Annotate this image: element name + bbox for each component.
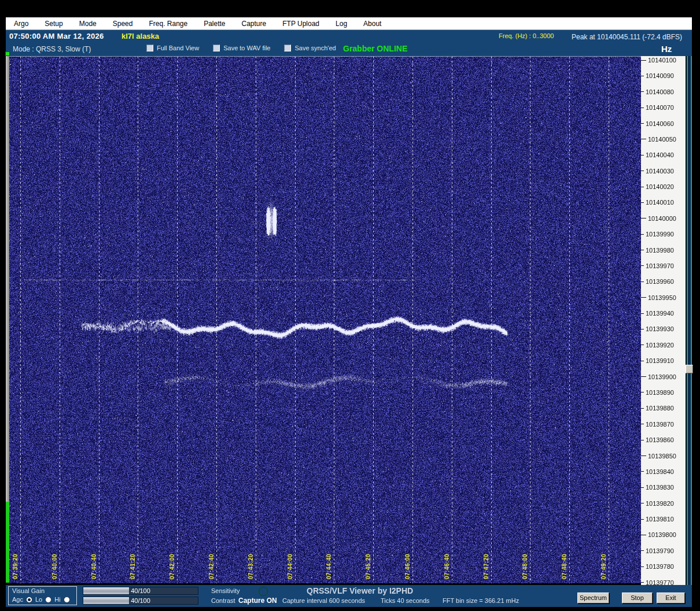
freq-tick xyxy=(641,123,644,124)
freq-label: 10140010 xyxy=(646,199,674,206)
freq-tick xyxy=(641,582,644,583)
capture-led-icon xyxy=(259,587,268,596)
freq-label: 10139790 xyxy=(646,547,674,554)
menu-item-palette[interactable]: Palette xyxy=(196,20,233,28)
freq-label: 10139810 xyxy=(646,516,674,523)
contrast-slider[interactable]: 40/100 xyxy=(83,597,198,605)
menu-item-capture[interactable]: Capture xyxy=(234,20,275,28)
grabber-status: Grabber ONLINE xyxy=(343,44,407,53)
freq-label: 10139990 xyxy=(646,231,674,238)
checkbox-label: Save to WAV file xyxy=(223,45,270,51)
freq-tick xyxy=(641,265,644,266)
freq-label: 10139930 xyxy=(646,325,674,332)
contrast-label: Contrast xyxy=(211,597,235,604)
freq-label: 10139960 xyxy=(646,278,674,285)
freq-tick xyxy=(641,376,646,377)
freq-label: 10139920 xyxy=(646,342,674,349)
freq-label: 10139880 xyxy=(646,405,674,412)
freq-tick xyxy=(641,345,644,345)
freq-tick xyxy=(641,139,646,139)
freq-tick xyxy=(641,171,644,171)
freq-tick xyxy=(641,329,644,329)
stop-button[interactable]: Stop xyxy=(622,593,653,603)
checkbox-save-synch-ed[interactable] xyxy=(284,45,291,51)
freq-label: 10140020 xyxy=(646,183,674,190)
freq-label: 10140060 xyxy=(646,120,674,127)
argo-window: ArgoSetupModeSpeedFreq. RangePaletteCapt… xyxy=(0,0,700,611)
menu-item-mode[interactable]: Mode xyxy=(71,20,105,28)
freq-label: 10140080 xyxy=(646,88,674,95)
visual-gain-radios: AgcLoHi xyxy=(12,596,70,603)
freq-tick xyxy=(641,408,644,409)
capture-interval-label: Capture interval 600 seconds xyxy=(282,597,365,604)
checkbox-label: Save synch'ed xyxy=(294,45,336,51)
freq-tick xyxy=(641,471,644,472)
freq-tick xyxy=(641,392,644,392)
mode-label: Mode : QRSS 3, Slow (T) xyxy=(13,45,91,53)
exit-button[interactable]: Exit xyxy=(657,593,685,603)
visual-gain-panel: Visual Gain AgcLoHi xyxy=(8,586,77,605)
checkbox-full-band-view[interactable] xyxy=(146,45,153,51)
freq-label: 10139870 xyxy=(646,421,674,428)
freq-tick xyxy=(641,155,644,155)
spectrogram-canvas[interactable] xyxy=(9,56,641,583)
radio-agc[interactable] xyxy=(26,597,32,603)
radio-label: Hi xyxy=(54,596,60,603)
freq-tick xyxy=(641,187,644,187)
contrast-value: 40/100 xyxy=(83,597,198,605)
checkbox-label: Full Band View xyxy=(157,45,199,51)
freq-label: 10140090 xyxy=(646,72,674,79)
menu-bar: ArgoSetupModeSpeedFreq. RangePaletteCapt… xyxy=(6,17,692,30)
menu-item-speed[interactable]: Speed xyxy=(105,20,141,28)
menu-item-about[interactable]: About xyxy=(355,20,389,28)
freq-tick xyxy=(641,218,646,219)
freq-label: 10139970 xyxy=(646,262,674,269)
frequency-scale: 1014010010140090101400801014007010140060… xyxy=(641,56,686,587)
freq-tick xyxy=(641,76,644,76)
mode-bar: Mode : QRSS 3, Slow (T) Full Band ViewSa… xyxy=(6,43,692,56)
sensitivity-slider[interactable]: 40/100 xyxy=(83,587,198,595)
peak-readout: Peak at 10140045.111 (-72.4 dBFS) xyxy=(572,33,682,41)
checkbox-group: Full Band ViewSave to WAV fileSave synch… xyxy=(146,45,336,51)
menu-item-log[interactable]: Log xyxy=(327,20,355,28)
freq-label: 10140070 xyxy=(646,104,674,111)
freq-tick xyxy=(641,202,644,203)
menu-item-setup[interactable]: Setup xyxy=(36,20,71,28)
sensitivity-value: 40/100 xyxy=(83,587,198,595)
frequency-scrollbar-thumb[interactable] xyxy=(686,365,693,373)
bottom-control-bar: Visual Gain AgcLoHi 40/100 40/100 Sensit… xyxy=(6,585,692,607)
freq-tick xyxy=(641,550,644,551)
freq-label: 10140000 xyxy=(648,215,676,222)
frequency-scrollbar[interactable] xyxy=(687,56,692,587)
hz-unit-label: Hz xyxy=(661,44,672,54)
spectrum-button[interactable]: Spectrum xyxy=(577,593,609,603)
freq-label: 10139900 xyxy=(648,373,676,380)
menu-item-freq-range[interactable]: Freq. Range xyxy=(141,20,196,28)
menu-item-argo[interactable]: Argo xyxy=(6,20,36,28)
freq-tick xyxy=(641,297,646,298)
fft-bin-label: FFT bin size = 366.21 mHz xyxy=(443,597,519,604)
checkbox-save-to-wav-file[interactable] xyxy=(213,45,220,51)
freq-label: 10140040 xyxy=(646,151,674,158)
radio-hi[interactable] xyxy=(64,597,70,603)
freq-tick xyxy=(641,519,644,520)
sensitivity-label: Sensitivity xyxy=(211,587,240,594)
freq-label: 10139800 xyxy=(648,531,676,538)
clock-date: 07:50:00 AM Mar 12, 2026 xyxy=(9,32,104,40)
freq-label: 10139980 xyxy=(646,247,674,254)
freq-label: 10140050 xyxy=(648,136,676,143)
radio-label: Agc xyxy=(12,596,23,603)
freq-tick xyxy=(641,503,644,503)
freq-range-readout: Freq. (Hz) : 0..3000 xyxy=(499,32,554,39)
freq-tick xyxy=(641,440,644,440)
freq-label: 10140100 xyxy=(648,57,676,64)
freq-tick xyxy=(641,234,644,235)
freq-tick xyxy=(641,313,644,314)
freq-tick xyxy=(641,487,644,488)
freq-tick xyxy=(641,456,646,456)
menu-item-ftp-upload[interactable]: FTP Upload xyxy=(274,20,327,28)
radio-lo[interactable] xyxy=(45,597,51,603)
freq-label: 10139850 xyxy=(648,453,676,460)
capture-status: Capture ON xyxy=(238,597,277,605)
freq-tick xyxy=(641,250,644,250)
